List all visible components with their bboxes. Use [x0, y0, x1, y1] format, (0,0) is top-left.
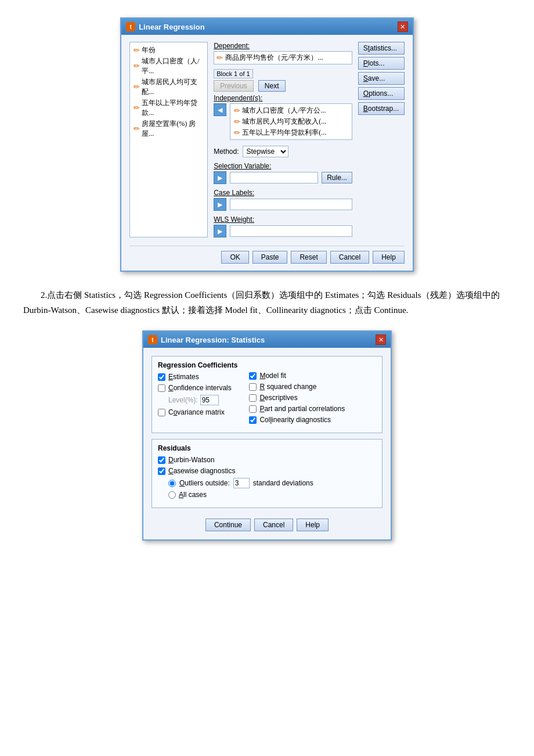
- covariance-checkbox[interactable]: [158, 409, 165, 416]
- selection-input[interactable]: [230, 172, 318, 183]
- casewise-row: Casewise diagnostics: [158, 467, 376, 475]
- indep-arrow-button[interactable]: ◀: [214, 103, 226, 116]
- var-item-density[interactable]: ✏ 城市人口密度（人/平...: [132, 56, 205, 77]
- casewise-label[interactable]: Casewise diagnostics: [168, 467, 235, 475]
- std-dev-label: standard deviations: [253, 479, 313, 487]
- stats-help-button[interactable]: Help: [297, 519, 329, 531]
- dialog2-close-button[interactable]: ✕: [376, 334, 386, 345]
- dep-pencil-icon: ✏: [217, 53, 223, 63]
- descriptives-checkbox[interactable]: [249, 394, 257, 402]
- dialog2-title: Linear Regression: Statistics: [161, 336, 265, 344]
- durbin-label[interactable]: Durbin-Watson: [168, 456, 215, 464]
- collinearity-label[interactable]: Collinearity diagnostics: [259, 416, 331, 424]
- dialog1-body: ✏ 年份 ✏ 城市人口密度（人/平... ✏ 城市居民人均可支配... ✏ 五年…: [121, 35, 413, 271]
- dialog2-bottom-buttons: Continue Cancel Help: [151, 514, 383, 531]
- continue-button[interactable]: Continue: [205, 519, 251, 531]
- block-label: Block 1 of 1: [214, 69, 252, 78]
- help-button[interactable]: Help: [373, 251, 405, 264]
- dialog2-icon: t: [148, 335, 157, 344]
- regression-col: Regression Coefficients Estimates Confid…: [158, 361, 237, 427]
- case-arrow-button[interactable]: ▶: [214, 198, 226, 211]
- all-cases-radio[interactable]: [168, 491, 176, 499]
- paste-button[interactable]: Paste: [252, 251, 288, 264]
- collinearity-checkbox[interactable]: [249, 416, 257, 424]
- bootstrap-button[interactable]: Bootstrap...: [358, 102, 405, 115]
- confidence-checkbox[interactable]: [158, 384, 165, 392]
- independent-box: ✏ 城市人口密度（人/平方公... ✏ 城市居民人均可支配收入(... ✏ 五年…: [230, 103, 352, 140]
- indep-var-3[interactable]: ✏ 五年以上平均年贷款利率(...: [233, 127, 349, 138]
- method-row: Method: Stepwise Enter Remove Backward F…: [214, 146, 352, 157]
- method-label: Method:: [214, 147, 239, 156]
- var-label-5: 房屋空置率(%) 房屋...: [142, 119, 204, 139]
- modelfit-row: Model fit: [249, 372, 345, 380]
- var-item-vacancy[interactable]: ✏ 房屋空置率(%) 房屋...: [132, 118, 205, 139]
- pencil-icon-2: ✏: [134, 62, 140, 71]
- wls-input[interactable]: [230, 225, 352, 237]
- estimates-checkbox[interactable]: [158, 373, 165, 381]
- dialog1-title-left: t Linear Regression: [126, 22, 204, 31]
- save-button[interactable]: Save...: [358, 72, 405, 85]
- case-labels-input[interactable]: [230, 199, 352, 210]
- next-button[interactable]: Next: [258, 80, 286, 92]
- dialog1-titlebar: t Linear Regression ✕: [121, 19, 413, 35]
- estimates-label[interactable]: Estimates: [168, 373, 199, 381]
- selection-arrow-button[interactable]: ▶: [214, 171, 226, 184]
- wls-field: ▶: [214, 225, 352, 237]
- partcorr-checkbox[interactable]: [249, 405, 257, 413]
- stats-dialog-wrapper: t Linear Regression: Statistics ✕ Regres…: [23, 330, 511, 541]
- level-input[interactable]: [200, 395, 219, 405]
- rsquared-label[interactable]: R squared change: [259, 383, 316, 391]
- casewise-checkbox[interactable]: [158, 467, 165, 475]
- lr-right-buttons: Statistics... Plots... Save... Options..…: [358, 42, 405, 237]
- selection-field: ▶ Rule...: [214, 171, 352, 184]
- options-button[interactable]: Options...: [358, 87, 405, 100]
- all-cases-label[interactable]: All cases: [179, 491, 207, 499]
- wls-label: WLS Weight:: [214, 215, 352, 224]
- modelfit-checkbox[interactable]: [249, 372, 257, 380]
- var-label-4: 五年以上平均年贷款...: [142, 98, 204, 118]
- stats-body: Regression Coefficients Estimates Confid…: [143, 348, 391, 539]
- linear-regression-dialog: t Linear Regression ✕ ✏ 年份 ✏ 城市人口密度（人/平.…: [120, 17, 414, 272]
- var-label-2: 城市人口密度（人/平...: [142, 56, 204, 76]
- indep-section: ◀ ✏ 城市人口密度（人/平方公... ✏ 城市居民人均可支配收入(...: [214, 103, 352, 143]
- indep-var-1[interactable]: ✏ 城市人口密度（人/平方公...: [233, 105, 349, 116]
- indep-var-2[interactable]: ✏ 城市居民人均可支配收入(...: [233, 116, 349, 127]
- previous-button[interactable]: Previous: [214, 80, 254, 92]
- rsquared-checkbox[interactable]: [249, 383, 257, 391]
- residuals-group-title: Residuals: [158, 444, 376, 452]
- outliers-value-input[interactable]: [233, 478, 250, 488]
- wls-arrow-button[interactable]: ▶: [214, 225, 226, 237]
- regression-coefficients-group: Regression Coefficients Estimates Confid…: [151, 356, 383, 433]
- modelfit-label[interactable]: Model fit: [259, 372, 286, 380]
- indep-label-3: 五年以上平均年贷款利率(...: [242, 128, 326, 138]
- pencil-icon-4: ✏: [134, 103, 140, 113]
- estimates-row: Estimates: [158, 373, 237, 381]
- method-select[interactable]: Stepwise Enter Remove Backward Forward: [243, 146, 288, 157]
- selection-section: Selection Variable: ▶ Rule...: [214, 162, 352, 184]
- ok-button[interactable]: OK: [221, 251, 248, 264]
- covariance-label[interactable]: Covariance matrix: [168, 408, 225, 416]
- dialog1-title: Linear Regression: [139, 23, 204, 31]
- outliers-radio[interactable]: [168, 480, 176, 487]
- cancel-button[interactable]: Cancel: [330, 251, 369, 264]
- statistics-button[interactable]: Statistics...: [358, 42, 405, 55]
- descriptives-label[interactable]: Descriptives: [259, 394, 297, 402]
- confidence-label[interactable]: Confidence intervals: [168, 384, 232, 392]
- outliers-radio-label[interactable]: Outliers outside:: [179, 479, 230, 487]
- rule-button[interactable]: Rule...: [322, 172, 352, 183]
- reset-button[interactable]: Reset: [291, 251, 326, 264]
- stats-cancel-button[interactable]: Cancel: [254, 519, 293, 531]
- level-row: Level(%):: [168, 395, 237, 405]
- linear-regression-dialog-wrapper: t Linear Regression ✕ ✏ 年份 ✏ 城市人口密度（人/平.…: [23, 17, 511, 272]
- pencil-icon-5: ✏: [134, 124, 140, 134]
- description-text: 2.点击右侧 Statistics，勾选 Regression Coeffici…: [23, 288, 511, 318]
- partcorr-label[interactable]: Part and partial correlations: [259, 405, 345, 413]
- var-item-income[interactable]: ✏ 城市居民人均可支配...: [132, 77, 205, 98]
- plots-button[interactable]: Plots...: [358, 57, 405, 70]
- covariance-row: Covariance matrix: [158, 408, 237, 416]
- confidence-row: Confidence intervals: [158, 384, 237, 392]
- var-item-nianfen[interactable]: ✏ 年份: [132, 45, 205, 56]
- var-item-loan[interactable]: ✏ 五年以上平均年贷款...: [132, 98, 205, 118]
- durbin-checkbox[interactable]: [158, 456, 165, 464]
- dialog1-close-button[interactable]: ✕: [398, 21, 408, 32]
